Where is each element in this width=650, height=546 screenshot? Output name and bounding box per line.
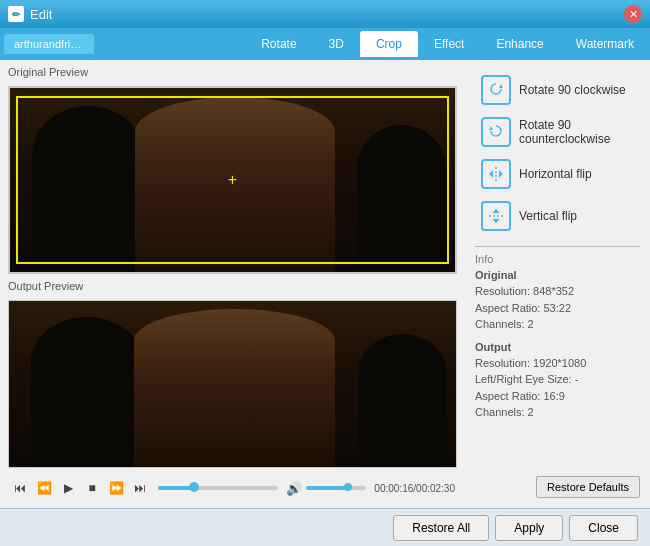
output-preview	[8, 300, 457, 468]
volume-icon: 🔊	[286, 481, 302, 496]
original-preview: +	[8, 86, 457, 274]
window-title: Edit	[30, 7, 52, 22]
original-info-group: Original Resolution: 848*352 Aspect Rati…	[475, 269, 640, 333]
prev-frame-button[interactable]: ⏪	[34, 478, 54, 498]
tab-3d[interactable]: 3D	[313, 31, 360, 57]
right-panel: Rotate 90 clockwise Rotate 90 counterclo…	[465, 60, 650, 508]
restore-defaults-button[interactable]: Restore Defaults	[536, 476, 640, 498]
main-content: Original Preview + Output Preview	[0, 60, 650, 508]
volume-fill	[306, 486, 348, 490]
playback-bar: ⏮ ⏪ ▶ ■ ⏩ ⏭ 🔊 00:00:16/00:02:30	[8, 474, 457, 502]
app-icon: ✏	[8, 6, 24, 22]
svg-marker-3	[489, 170, 493, 178]
progress-bar[interactable]	[158, 486, 278, 490]
tab-enhance[interactable]: Enhance	[480, 31, 559, 57]
original-info-label: Original	[475, 269, 640, 281]
skip-back-button[interactable]: ⏮	[10, 478, 30, 498]
left-panel: Original Preview + Output Preview	[0, 60, 465, 508]
restore-all-button[interactable]: Restore All	[393, 515, 489, 541]
play-button[interactable]: ▶	[58, 478, 78, 498]
apply-button[interactable]: Apply	[495, 515, 563, 541]
rotate-ccw-icon	[481, 117, 511, 147]
tabs-container: Rotate 3D Crop Effect Enhance Watermark	[245, 31, 650, 57]
flip-v-label: Vertical flip	[519, 209, 577, 223]
stop-button[interactable]: ■	[82, 478, 102, 498]
svg-marker-7	[492, 219, 500, 223]
output-resolution: Resolution: 1920*1080	[475, 355, 640, 372]
person-silhouette-center	[135, 97, 335, 271]
rotate-cw-icon	[481, 75, 511, 105]
volume-bar[interactable]	[306, 486, 366, 490]
bottom-bar: Restore All Apply Close	[0, 508, 650, 546]
tab-effect[interactable]: Effect	[418, 31, 480, 57]
next-frame-button[interactable]: ⏩	[106, 478, 126, 498]
svg-marker-6	[492, 209, 500, 213]
output-preview-label: Output Preview	[8, 280, 457, 292]
info-section: Info Original Resolution: 848*352 Aspect…	[475, 246, 640, 429]
original-aspect-ratio: Aspect Ratio: 53:22	[475, 300, 640, 317]
flip-v-icon	[481, 201, 511, 231]
rotate-cw-button[interactable]: Rotate 90 clockwise	[475, 70, 640, 110]
skip-forward-button[interactable]: ⏭	[130, 478, 150, 498]
volume-thumb	[344, 483, 352, 491]
original-resolution: Resolution: 848*352	[475, 283, 640, 300]
title-bar: ✏ Edit ✕	[0, 0, 650, 28]
output-aspect-ratio: Aspect Ratio: 16:9	[475, 388, 640, 405]
output-person-right	[358, 334, 447, 467]
output-person-left	[31, 317, 143, 467]
original-preview-label: Original Preview	[8, 66, 457, 78]
progress-fill	[158, 486, 194, 490]
flip-h-icon	[481, 159, 511, 189]
original-video-scene	[10, 88, 455, 272]
flip-horizontal-button[interactable]: Horizontal flip	[475, 154, 640, 194]
title-bar-left: ✏ Edit	[8, 6, 52, 22]
flip-vertical-button[interactable]: Vertical flip	[475, 196, 640, 236]
svg-marker-1	[489, 126, 493, 130]
person-silhouette-left	[32, 106, 143, 271]
flip-h-label: Horizontal flip	[519, 167, 592, 181]
rotate-cw-label: Rotate 90 clockwise	[519, 83, 626, 97]
rotate-ccw-label: Rotate 90 counterclockwise	[519, 118, 634, 146]
progress-thumb	[189, 482, 199, 492]
output-person-center	[134, 309, 335, 467]
original-channels: Channels: 2	[475, 316, 640, 333]
time-display: 00:00:16/00:02:30	[374, 483, 455, 494]
tab-crop[interactable]: Crop	[360, 31, 418, 57]
output-channels: Channels: 2	[475, 404, 640, 421]
window-close-button[interactable]: ✕	[624, 5, 642, 23]
output-info-group: Output Resolution: 1920*1080 Left/Right …	[475, 341, 640, 421]
tab-watermark[interactable]: Watermark	[560, 31, 650, 57]
info-title: Info	[475, 253, 640, 265]
output-lr-eye-size: Left/Right Eye Size: -	[475, 371, 640, 388]
close-button[interactable]: Close	[569, 515, 638, 541]
svg-marker-4	[499, 170, 503, 178]
person-silhouette-right	[357, 125, 446, 272]
output-video-scene	[9, 301, 456, 467]
rotate-ccw-button[interactable]: Rotate 90 counterclockwise	[475, 112, 640, 152]
tab-rotate[interactable]: Rotate	[245, 31, 312, 57]
output-info-label: Output	[475, 341, 640, 353]
file-tab[interactable]: arthurandfrie...	[4, 34, 94, 54]
tab-bar: arthurandfrie... Rotate 3D Crop Effect E…	[0, 28, 650, 60]
svg-marker-0	[499, 84, 503, 88]
